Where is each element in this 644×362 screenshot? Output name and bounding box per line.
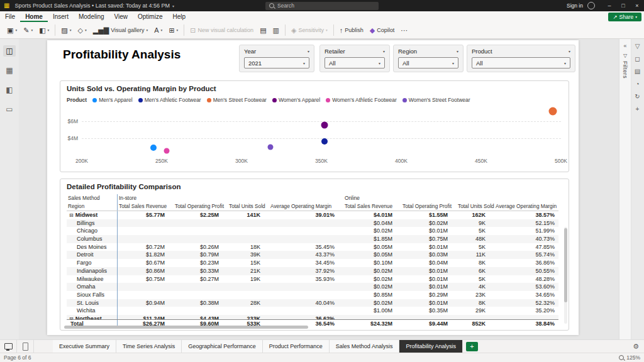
column-header[interactable]: Total Sales Revenue xyxy=(343,202,401,211)
tab-profitability-analysis[interactable]: Profitability Analysis xyxy=(399,340,463,353)
slicer-dropdown[interactable]: All▾ xyxy=(472,57,570,69)
menu-view[interactable]: View xyxy=(109,11,133,22)
group-header-in-store[interactable]: In-store xyxy=(117,194,343,202)
slicer-dropdown[interactable]: All▾ xyxy=(398,57,458,69)
tab-geographical-performance[interactable]: Geographical Performance xyxy=(182,340,263,353)
cell: $0.26M xyxy=(174,243,228,251)
add-page-button[interactable]: + xyxy=(466,342,478,351)
text-box-button[interactable]: A▾ xyxy=(151,24,165,36)
data-point-men-s-apparel[interactable] xyxy=(150,145,157,151)
visual-gallery-button[interactable]: ▂▅▇Visual gallery▾ xyxy=(90,24,152,36)
settings-gear-icon[interactable]: ⚙ xyxy=(633,340,639,353)
expand-pane-icon[interactable]: « xyxy=(623,43,626,49)
table-row-des-moines[interactable]: Des Moines$0.72M$0.26M18K35.45%$0.05M$0.… xyxy=(67,243,558,251)
table-row-indianapolis[interactable]: Indianapolis$0.86M$0.33M21K37.92%$0.02M$… xyxy=(67,267,558,275)
slicer-dropdown[interactable]: All▾ xyxy=(325,57,385,69)
tab-sales-method-analysis[interactable]: Sales Method Analysis xyxy=(330,340,400,353)
menu-optimize[interactable]: Optimize xyxy=(133,11,167,22)
table-row-billings[interactable]: Billings$0.04M$0.02M9K52.15% xyxy=(67,219,558,228)
horizontal-scrollbar[interactable] xyxy=(64,326,308,329)
filters-pane-label[interactable]: Filters xyxy=(622,61,628,79)
vertical-scrollbar[interactable] xyxy=(564,228,567,302)
image-button[interactable]: ▨▾ xyxy=(58,24,74,36)
matrix-view-button[interactable]: ▥ xyxy=(270,24,282,36)
column-header[interactable]: Average Operating Margin xyxy=(269,202,343,211)
column-header[interactable]: Average Operating Margin xyxy=(494,202,558,211)
table-row-columbus[interactable]: Columbus$1.85M$0.75M48K40.73% xyxy=(67,235,558,243)
data-point-women-s-street-footwear[interactable] xyxy=(267,145,273,150)
window-minimize-button[interactable]: – xyxy=(602,0,616,11)
table-row-midwest[interactable]: ⊟Midwest$5.77M$2.25M141K39.01%$4.01M$1.5… xyxy=(67,211,558,219)
menu-help[interactable]: Help xyxy=(167,11,191,22)
group-header-online[interactable]: Online xyxy=(343,194,558,202)
tab-executive-summary[interactable]: Executive Summary xyxy=(53,340,116,353)
column-header[interactable]: Total Units Sold xyxy=(228,202,269,211)
column-header[interactable]: Total Sales Revenue xyxy=(117,202,174,211)
mobile-view-button[interactable] xyxy=(17,340,34,353)
search-input[interactable]: Search xyxy=(265,2,379,10)
report-view-button[interactable]: ◫ xyxy=(3,45,16,57)
matrix-visual[interactable]: Detailed Profitability Comparison Sales … xyxy=(60,178,569,331)
selection-pane-icon[interactable]: ▤ xyxy=(635,69,640,75)
legend-item-women-s-apparel[interactable]: Women's Apparel xyxy=(272,97,320,103)
legend-label: Women's Street Footwear xyxy=(409,97,470,103)
table-row-omaha[interactable]: Omaha$0.02M$0.01M4K53.60% xyxy=(67,283,558,291)
data-point-women-s-athletic-footwear[interactable] xyxy=(164,148,169,153)
scatter-chart-visual[interactable]: Units Sold vs. Operating Margin by Produ… xyxy=(60,80,569,172)
legend-item-women-s-street-footwear[interactable]: Women's Street Footwear xyxy=(402,97,470,103)
table-row-wichita[interactable]: Wichita$1.00M$0.35M29K35.20% xyxy=(67,307,558,315)
chevron-down-icon[interactable]: ▾ xyxy=(172,4,174,8)
legend-item-men-s-street-footwear[interactable]: Men's Street Footwear xyxy=(207,97,267,103)
zoom-level[interactable]: 125% xyxy=(626,354,640,361)
performance-analyzer-pane-icon[interactable]: ◔ xyxy=(635,81,639,87)
format-painter-button[interactable]: ✎▾ xyxy=(20,24,36,36)
shapes-button[interactable]: ◇▾ xyxy=(75,24,90,36)
menu-file[interactable]: File xyxy=(0,11,20,22)
tab-product-performance[interactable]: Product Performance xyxy=(263,340,330,353)
table-row-detroit[interactable]: Detroit$1.82M$0.79M39K43.37%$0.05M$0.03M… xyxy=(67,251,558,259)
desktop-view-button[interactable] xyxy=(0,340,17,353)
table-row-chicago[interactable]: Chicago$0.02M$0.01M5K51.99% xyxy=(67,227,558,235)
menu-insert[interactable]: Insert xyxy=(48,11,74,22)
paste-button[interactable]: ▣▾ xyxy=(4,24,20,36)
table-row-fargo[interactable]: Fargo$0.67M$0.23M15K34.45%$0.10M$0.04M8K… xyxy=(67,259,558,267)
avatar[interactable] xyxy=(587,2,595,9)
legend-item-men-s-athletic-footwear[interactable]: Men's Athletic Footwear xyxy=(138,97,201,103)
collapse-icon[interactable]: ⊟ xyxy=(69,212,74,218)
slicer-dropdown[interactable]: 2021▾ xyxy=(244,57,309,69)
data-point-men-s-athletic-footwear[interactable] xyxy=(321,138,328,145)
copilot-button[interactable]: ◆Copilot xyxy=(367,24,397,36)
bookmarks-pane-icon[interactable]: ◻ xyxy=(635,56,640,62)
collapse-icon[interactable]: ⊟ xyxy=(69,316,74,319)
legend-item-men-s-apparel[interactable]: Men's Apparel xyxy=(92,97,133,103)
window-maximize-button[interactable]: □ xyxy=(616,0,630,11)
menu-modeling[interactable]: Modeling xyxy=(74,11,109,22)
theme-button[interactable]: ◧▾ xyxy=(36,24,52,36)
share-button[interactable]: ↗ Share ▾ xyxy=(608,13,641,21)
model-view-button[interactable]: ◧ xyxy=(3,84,16,96)
column-header[interactable]: Total Units Sold xyxy=(457,202,494,211)
dax-query-view-button[interactable]: ▭ xyxy=(3,104,16,115)
data-view-button[interactable]: ▦ xyxy=(3,65,16,76)
table-row-northeast[interactable]: ⊟Northeast$11.24M$4.43M233K36.62% xyxy=(67,315,558,319)
sign-in-button[interactable]: Sign in xyxy=(567,3,583,9)
ribbon-overflow-button[interactable]: ⋯ xyxy=(397,24,411,36)
publish-button[interactable]: ↑Publish xyxy=(336,24,367,36)
sync-slicers-pane-icon[interactable]: ↻ xyxy=(635,94,640,100)
grid-view-button[interactable]: ▤ xyxy=(257,24,269,36)
more-visuals-button[interactable]: ⊞▾ xyxy=(165,24,181,36)
table-row-st-louis[interactable]: St. Louis$0.94M$0.38M28K40.04%$0.02M$0.0… xyxy=(67,299,558,307)
filters-pane-icon[interactable]: ▽ xyxy=(635,43,640,50)
legend-item-women-s-athletic-footwear[interactable]: Women's Athletic Footwear xyxy=(326,97,397,103)
window-close-button[interactable]: × xyxy=(630,0,644,11)
column-header[interactable]: Total Operating Profit xyxy=(401,202,457,211)
row-header-label[interactable]: Region xyxy=(67,202,117,211)
table-row-sioux-falls[interactable]: Sioux Falls$0.85M$0.29M23K34.65% xyxy=(67,291,558,299)
data-point-women-s-apparel[interactable] xyxy=(321,121,328,128)
data-point-men-s-street-footwear[interactable] xyxy=(549,107,557,116)
tab-time-series-analysis[interactable]: Time Series Analysis xyxy=(116,340,182,353)
menu-home[interactable]: Home xyxy=(20,11,48,22)
column-header[interactable]: Total Operating Profit xyxy=(174,202,228,211)
table-row-milwaukee[interactable]: Milwaukee$0.75M$0.27M19K35.93%$0.02M$0.0… xyxy=(67,275,558,283)
add-pane-icon[interactable]: + xyxy=(636,106,640,112)
